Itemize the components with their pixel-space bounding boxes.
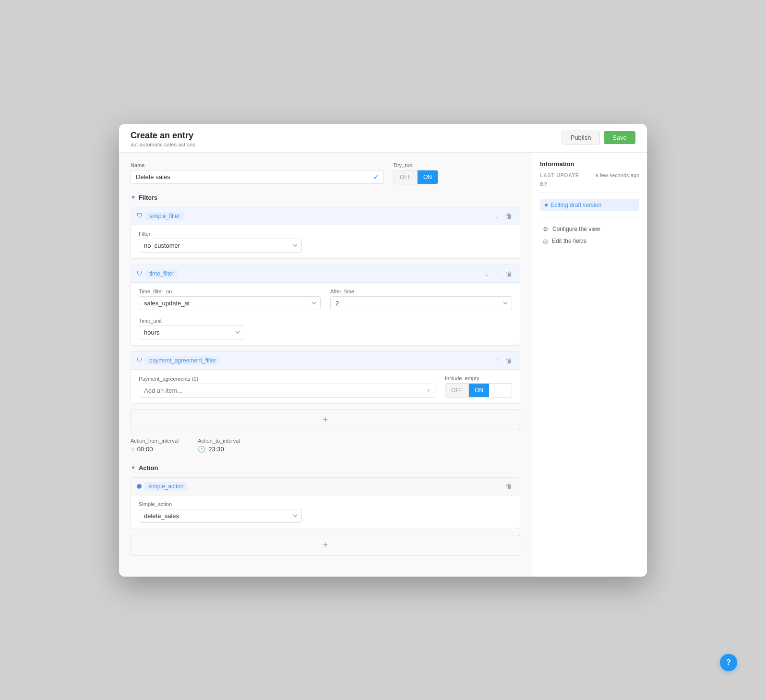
simple-filter-block: ⛉ simple_filter ↓ 🗑 Filter no_customer xyxy=(131,207,520,259)
action-delete-button[interactable]: 🗑 xyxy=(503,482,514,491)
payment-filter-tag[interactable]: payment_agreement_filter xyxy=(145,356,220,365)
publish-button[interactable]: Publish xyxy=(562,131,600,145)
from-interval-label: Action_from_interval xyxy=(131,438,179,444)
payment-filter-delete-button[interactable]: 🗑 xyxy=(503,356,514,365)
info-panel: Information LAST UPDATE a few seconds ag… xyxy=(532,153,647,577)
page-title: Create an entry xyxy=(131,131,195,141)
payment-agreements-label: Payment_agreements (0) xyxy=(139,376,435,382)
from-clock-icon: ○ xyxy=(131,446,134,453)
configure-label: Configure the view xyxy=(552,226,600,232)
simple-filter-delete-button[interactable]: 🗑 xyxy=(503,211,514,221)
action-section: ▼ Action simple_action 🗑 Simple_action xyxy=(131,464,520,555)
action-arrow-icon: ▼ xyxy=(131,465,136,471)
filter-select-1[interactable]: no_customer xyxy=(139,239,302,253)
edit-fields-label: Edit the fields xyxy=(552,238,586,244)
action-section-header[interactable]: ▼ Action xyxy=(131,464,520,471)
time-filter-down-button[interactable]: ↓ xyxy=(483,269,491,278)
check-icon: ✓ xyxy=(373,172,379,181)
include-empty-label: Include_empty xyxy=(445,375,512,381)
simple-filter-header: ⛉ simple_filter ↓ 🗑 xyxy=(131,207,520,225)
help-button[interactable]: ? xyxy=(720,654,737,671)
configure-icon: ⚙ xyxy=(543,226,549,233)
add-filter-button[interactable]: + xyxy=(131,410,520,430)
action-block: simple_action 🗑 Simple_action delete_sal… xyxy=(131,477,520,529)
time-filter-on-select[interactable]: sales_update_at xyxy=(139,296,321,310)
filters-arrow-icon: ▼ xyxy=(131,194,136,200)
toggle-off[interactable]: OFF xyxy=(394,170,418,184)
filters-section: ▼ Filters ⛉ simple_filter ↓ 🗑 xyxy=(131,194,520,453)
filter-label-1: Filter xyxy=(139,231,302,237)
filters-section-title: Filters xyxy=(139,194,157,201)
action-section-title: Action xyxy=(139,464,158,471)
filter-icon-1: ⛉ xyxy=(137,213,143,219)
dry-run-label: Dry_run xyxy=(394,162,520,168)
after-time-label: After_time xyxy=(330,289,512,294)
toggle-on[interactable]: ON xyxy=(418,170,438,184)
action-tag[interactable]: simple_action xyxy=(144,482,187,491)
time-unit-label: Time_unit xyxy=(139,318,244,324)
dropdown-arrow-icon: ▼ xyxy=(422,385,435,396)
filters-section-header[interactable]: ▼ Filters xyxy=(131,194,520,201)
last-update-label: LAST UPDATE xyxy=(540,172,579,178)
name-input[interactable] xyxy=(131,170,384,184)
to-interval-label: Action_to_interval xyxy=(198,438,239,444)
name-label: Name xyxy=(131,162,384,168)
action-header: simple_action 🗑 xyxy=(131,478,520,495)
to-interval-value: 23:30 xyxy=(208,446,224,453)
payment-filter-header: ⛉ payment_agreement_filter ↑ 🗑 xyxy=(131,352,520,370)
time-filter-tag[interactable]: time_filter xyxy=(145,269,178,278)
interval-row: Action_from_interval ○ 00:00 Action_to_i… xyxy=(131,438,520,453)
include-empty-on[interactable]: ON xyxy=(469,384,489,397)
include-empty-off[interactable]: OFF xyxy=(445,384,469,397)
info-title: Information xyxy=(540,160,639,168)
payment-add-item[interactable]: ▼ xyxy=(139,384,435,398)
dry-run-toggle[interactable]: OFF ON xyxy=(394,170,520,184)
after-time-select[interactable]: 2 xyxy=(330,296,512,310)
from-interval-value: 00:00 xyxy=(137,446,153,453)
to-clock-icon: 🕐 xyxy=(198,446,205,453)
time-filter-header: ⛉ time_filter ↓ ↑ 🗑 xyxy=(131,265,520,283)
help-icon: ? xyxy=(726,658,731,667)
simple-action-label: Simple_action xyxy=(139,501,302,507)
add-action-icon: + xyxy=(323,540,328,550)
time-unit-select[interactable]: hours xyxy=(139,326,244,339)
time-filter-block: ⛉ time_filter ↓ ↑ 🗑 Time_filter_on xyxy=(131,265,520,346)
editing-badge: Editing draft version xyxy=(540,199,639,211)
payment-filter-block: ⛉ payment_agreement_filter ↑ 🗑 Payment_a… xyxy=(131,351,520,404)
last-update-value: a few seconds ago xyxy=(595,172,639,178)
filter-icon-3: ⛉ xyxy=(137,357,143,364)
simple-filter-down-button[interactable]: ↓ xyxy=(493,211,501,221)
payment-filter-up-button[interactable]: ↑ xyxy=(493,356,501,365)
filter-icon-2: ⛉ xyxy=(137,270,143,277)
editing-text: Editing draft version xyxy=(551,202,601,208)
add-filter-icon: + xyxy=(323,415,328,425)
save-button[interactable]: Save xyxy=(604,131,635,144)
include-empty-toggle[interactable]: OFF ON xyxy=(445,383,512,398)
simple-filter-tag[interactable]: simple_filter xyxy=(145,212,184,220)
configure-view-item[interactable]: ⚙ Configure the view xyxy=(540,223,639,235)
add-action-button[interactable]: + xyxy=(131,535,520,555)
time-filter-delete-button[interactable]: 🗑 xyxy=(503,269,514,278)
by-label: BY xyxy=(540,181,639,187)
editing-dot-icon xyxy=(545,204,548,206)
action-dot-icon xyxy=(137,484,142,489)
edit-fields-item[interactable]: ◎ Edit the fields xyxy=(540,235,639,247)
time-filter-up-button[interactable]: ↑ xyxy=(493,269,501,278)
time-filter-on-label: Time_filter_on xyxy=(139,289,321,294)
api-id: aut-automatic-sales-actions xyxy=(131,142,195,147)
payment-add-item-input[interactable] xyxy=(139,384,422,397)
simple-action-select[interactable]: delete_sales xyxy=(139,509,302,523)
edit-fields-icon: ◎ xyxy=(543,238,548,245)
